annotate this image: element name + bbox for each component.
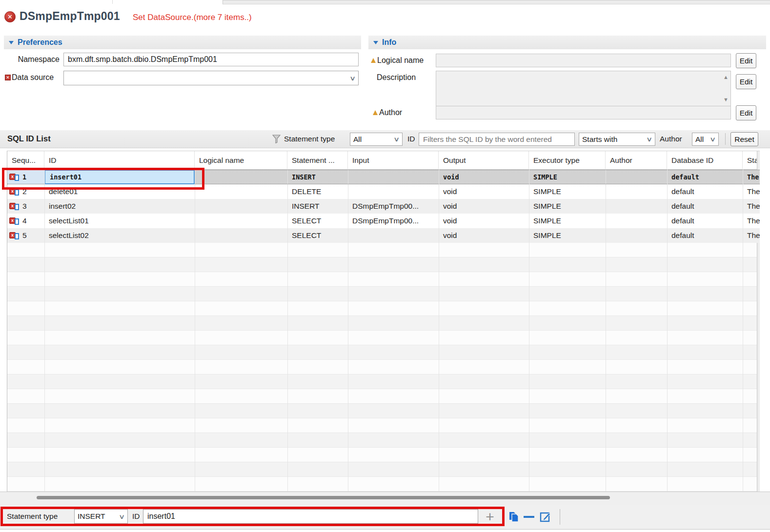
cell-statement[interactable]: INSERT: [287, 199, 348, 214]
cell-id[interactable]: selectList02: [44, 228, 195, 243]
cell-id[interactable]: insert02: [44, 199, 195, 214]
cell-executor[interactable]: SIMPLE: [529, 228, 606, 243]
edit-logical-name-button[interactable]: Edit: [736, 53, 756, 68]
filter-id-field[interactable]: [419, 133, 575, 146]
cell-output[interactable]: void: [439, 214, 529, 228]
cell-input[interactable]: [348, 170, 439, 184]
cell-output[interactable]: void: [439, 228, 529, 243]
cell-database-id[interactable]: default: [667, 199, 743, 214]
cell-output[interactable]: void: [439, 170, 529, 184]
copy-sql-button[interactable]: [507, 510, 520, 524]
cell-logical-name[interactable]: [195, 228, 287, 243]
cell-status[interactable]: The: [743, 228, 760, 243]
cell-logical-name[interactable]: [195, 199, 287, 214]
namespace-input[interactable]: [68, 55, 354, 64]
cell-id[interactable]: insert01: [44, 170, 195, 184]
editor-id-input[interactable]: [147, 512, 474, 521]
cell-executor[interactable]: SIMPLE: [529, 170, 606, 184]
sequence-number: 2: [22, 187, 27, 196]
cell-output[interactable]: void: [439, 184, 529, 199]
cell-seq[interactable]: x2: [7, 184, 44, 199]
cell-database-id[interactable]: default: [667, 184, 743, 199]
cell-status[interactable]: The: [743, 184, 760, 199]
cell-author[interactable]: [606, 214, 667, 228]
cell-seq[interactable]: x3: [7, 199, 44, 214]
author-field[interactable]: [436, 106, 731, 119]
preferences-section-header[interactable]: Preferences: [4, 36, 361, 49]
cell-database-id[interactable]: default: [667, 228, 743, 243]
column-header-logical-name[interactable]: Logical name: [195, 151, 287, 170]
horizontal-scrollbar-track[interactable]: [0, 492, 770, 505]
filter-match-mode-combo[interactable]: Starts with ∨: [579, 133, 655, 146]
cell-logical-name[interactable]: [195, 184, 287, 199]
cell-author[interactable]: [606, 184, 667, 199]
cell-seq[interactable]: x4: [7, 214, 44, 228]
table-row[interactable]: x1insert01INSERTvoidSIMPLEdefaultThe: [7, 170, 760, 184]
filter-id-input[interactable]: [423, 135, 570, 144]
edit-description-button[interactable]: Edit: [736, 74, 756, 89]
cell-executor[interactable]: SIMPLE: [529, 199, 606, 214]
chevron-down-icon: ∨: [647, 136, 653, 143]
editor-statement-type-combo[interactable]: INSERT ∨: [74, 509, 128, 524]
cell-output[interactable]: void: [439, 199, 529, 214]
cell-database-id[interactable]: default: [667, 214, 743, 228]
cell-database-id[interactable]: default: [667, 170, 743, 184]
cell-statement[interactable]: DELETE: [287, 184, 348, 199]
cell-status[interactable]: The: [743, 170, 760, 184]
column-header-author[interactable]: Author: [606, 151, 667, 170]
column-header-database-id[interactable]: Database ID: [667, 151, 743, 170]
warning-icon: [371, 58, 376, 63]
cell-id[interactable]: selectList01: [44, 214, 195, 228]
column-header-input[interactable]: Input: [348, 151, 439, 170]
column-header-executor-type[interactable]: Executor type: [529, 151, 606, 170]
cell-executor[interactable]: SIMPLE: [529, 184, 606, 199]
cell-input[interactable]: DSmpEmpTmp00...: [348, 199, 439, 214]
table-row[interactable]: x4selectList01SELECTDSmpEmpTmp00...voidS…: [7, 214, 760, 228]
column-header-sequence[interactable]: Sequ...: [7, 151, 44, 170]
sql-id-table: Sequ... ID Logical name Statement ... In…: [7, 151, 760, 492]
table-row[interactable]: x3insert02INSERTDSmpEmpTmp00...voidSIMPL…: [7, 199, 760, 214]
cell-author[interactable]: [606, 199, 667, 214]
cell-executor[interactable]: SIMPLE: [529, 214, 606, 228]
cell-statement[interactable]: INSERT: [287, 170, 348, 184]
edit-author-button[interactable]: Edit: [736, 105, 756, 120]
scroll-down-icon[interactable]: ▼: [723, 97, 729, 102]
cell-status[interactable]: The: [743, 214, 760, 228]
datasource-combo[interactable]: ∨: [63, 71, 359, 85]
scroll-up-icon[interactable]: ▲: [723, 74, 729, 80]
column-header-id[interactable]: ID: [44, 151, 195, 170]
remove-sql-button[interactable]: [522, 510, 536, 524]
filter-statement-type-combo[interactable]: All ∨: [350, 133, 403, 146]
description-field[interactable]: ▲ ▼: [436, 71, 731, 108]
cell-author[interactable]: [606, 228, 667, 243]
table-row[interactable]: x5selectList02SELECTvoidSIMPLEdefaultThe: [7, 228, 760, 243]
cell-seq[interactable]: x1: [7, 170, 44, 184]
cell-statement[interactable]: SELECT: [287, 214, 348, 228]
cell-id[interactable]: delete01: [44, 184, 195, 199]
edit-sql-button[interactable]: [539, 510, 552, 524]
cell-status[interactable]: The: [743, 199, 760, 214]
table-row[interactable]: x2delete01DELETEvoidSIMPLEdefaultThe: [7, 184, 760, 199]
add-sql-button[interactable]: +: [481, 509, 499, 525]
cell-logical-name[interactable]: [195, 214, 287, 228]
logical-name-field[interactable]: [436, 54, 731, 67]
cell-logical-name[interactable]: [195, 170, 287, 184]
cell-input[interactable]: [348, 184, 439, 199]
sql-item-icon: x: [9, 232, 20, 240]
cell-statement[interactable]: SELECT: [287, 228, 348, 243]
column-gridline: [195, 170, 195, 492]
cell-input[interactable]: DSmpEmpTmp00...: [348, 214, 439, 228]
filter-match-mode-value: Starts with: [582, 135, 645, 144]
column-header-output[interactable]: Output: [439, 151, 529, 170]
column-header-statement[interactable]: Statement ...: [287, 151, 348, 170]
cell-input[interactable]: [348, 228, 439, 243]
cell-author[interactable]: [606, 170, 667, 184]
info-section-header[interactable]: Info: [368, 36, 766, 49]
sequence-number: 5: [22, 231, 27, 240]
reset-button[interactable]: Reset: [730, 132, 758, 146]
horizontal-scrollbar-thumb[interactable]: [37, 496, 610, 499]
filter-author-combo[interactable]: All ∨: [692, 133, 719, 146]
editor-id-field[interactable]: [143, 509, 478, 524]
namespace-field[interactable]: [63, 53, 359, 66]
cell-seq[interactable]: x5: [7, 228, 44, 243]
